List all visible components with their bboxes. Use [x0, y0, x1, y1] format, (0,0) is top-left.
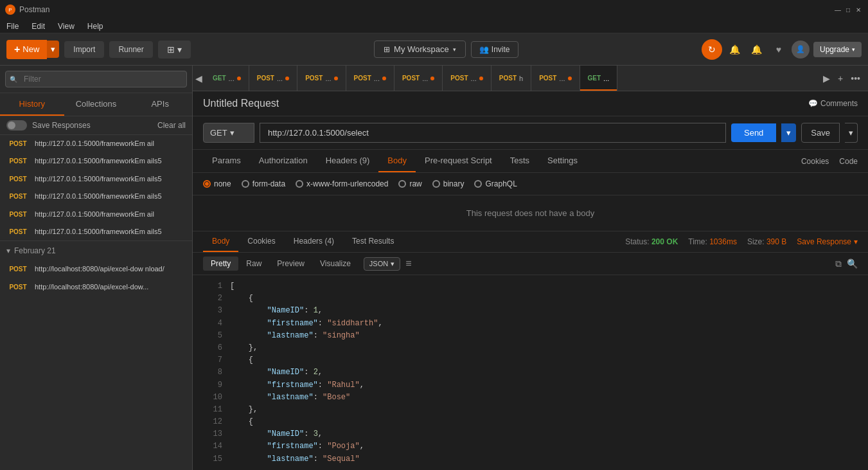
radio-none[interactable]: none — [203, 179, 231, 188]
resp-tab-test-results[interactable]: Test Results — [343, 231, 403, 252]
tab-post-5[interactable]: POST ... — [443, 66, 491, 91]
code-link[interactable]: Code — [839, 157, 858, 166]
runner-button[interactable]: Runner — [109, 41, 152, 58]
favorites-button[interactable]: ♥ — [770, 41, 788, 59]
notification2-button[interactable]: 🔔 — [748, 41, 766, 59]
sidebar-tab-apis[interactable]: APIs — [128, 93, 192, 116]
tab-get-active[interactable]: GET ... — [580, 66, 618, 91]
tab-dot — [237, 77, 241, 80]
radio-raw[interactable]: raw — [398, 179, 421, 188]
copy-button[interactable]: ⧉ — [835, 258, 842, 269]
clear-all-button[interactable]: Clear all — [157, 121, 186, 130]
tab-authorization[interactable]: Authorization — [250, 150, 317, 172]
tab-post-3[interactable]: POST ... — [346, 66, 394, 91]
resp-tab-headers[interactable]: Headers (4) — [285, 231, 343, 252]
upgrade-button[interactable]: Upgrade ▾ — [813, 42, 862, 57]
tab-post-2[interactable]: POST ... — [297, 66, 346, 91]
tab-post-1[interactable]: POST ... — [249, 66, 297, 91]
url-input[interactable] — [260, 123, 726, 143]
fmt-pretty[interactable]: Pretty — [203, 257, 238, 271]
new-dropdown-button[interactable]: ▾ — [47, 41, 59, 58]
menu-file[interactable]: File — [3, 22, 22, 31]
search-input[interactable] — [5, 71, 187, 87]
tab-get-1[interactable]: GET ... — [205, 66, 249, 91]
invite-button[interactable]: 👥 Invite — [471, 41, 518, 58]
list-item[interactable]: POST http://localhost:8080/api/excel-dow… — [0, 260, 192, 278]
save-dropdown-button[interactable]: ▾ — [845, 123, 858, 143]
json-format-select[interactable]: JSON ▾ — [364, 257, 400, 271]
cookies-link[interactable]: Cookies — [801, 157, 829, 166]
method-badge: POST — [6, 282, 30, 292]
request-tabs-bar: ◀ GET ... POST ... POST ... POST ... — [193, 66, 868, 91]
json-value: "siddharth" — [327, 319, 378, 328]
menu-view[interactable]: View — [54, 22, 78, 31]
json-key: "NameID" — [267, 429, 305, 438]
list-item[interactable]: POST http://127.0.0.1:5000/frameworkEm a… — [0, 170, 192, 188]
more-tabs-button[interactable]: ••• — [848, 72, 863, 85]
tab-prev-button[interactable]: ◀ — [193, 72, 205, 85]
list-item[interactable]: POST http://127.0.0.1:5000/frameworkEm a… — [0, 188, 192, 205]
radio-circle-formdata — [242, 180, 249, 188]
february-section[interactable]: ▾ February 21 — [0, 240, 192, 260]
json-line: 9 "firstname": "Rahul", — [203, 379, 858, 392]
save-button[interactable]: Save — [801, 123, 840, 143]
tab-headers[interactable]: Headers (9) — [317, 150, 379, 172]
method-badge: POST — [6, 192, 30, 201]
extra-button[interactable]: ⊞ ▾ — [158, 41, 191, 59]
send-dropdown-button[interactable]: ▾ — [781, 123, 796, 142]
sync-button[interactable]: ↻ — [702, 39, 722, 60]
close-button[interactable]: ✕ — [854, 5, 863, 14]
menu-help[interactable]: Help — [84, 22, 107, 31]
user-avatar-button[interactable]: 👤 — [792, 41, 810, 59]
comments-button[interactable]: 💬 Comments — [808, 99, 858, 108]
radio-formdata[interactable]: form-data — [242, 179, 285, 188]
fmt-preview[interactable]: Preview — [269, 257, 312, 271]
url-row: GET ▾ Send ▾ Save ▾ — [193, 116, 868, 150]
tab-params[interactable]: Params — [203, 150, 250, 172]
tab-post-h[interactable]: POST h — [492, 66, 531, 91]
list-item[interactable]: POST http://127.0.0.1:5000/frameworkEm a… — [0, 206, 192, 223]
method-select[interactable]: GET ▾ — [203, 123, 254, 143]
toolbar-icons: ↻ 🔔 🔔 ♥ 👤 Upgrade ▾ — [702, 39, 862, 60]
json-value: 2 — [314, 368, 318, 377]
notification1-button[interactable]: 🔔 — [726, 41, 744, 59]
method-badge: POST — [6, 156, 30, 166]
search-json-button[interactable]: 🔍 — [847, 258, 858, 269]
json-value: "singha" — [323, 331, 360, 340]
radio-graphql[interactable]: GraphQL — [474, 179, 517, 188]
window-controls[interactable]: — □ ✕ — [833, 5, 863, 14]
fmt-raw[interactable]: Raw — [238, 257, 269, 271]
save-responses-toggle[interactable] — [6, 120, 27, 131]
list-item[interactable]: POST http://127.0.0.1:5000/frameworkEm a… — [0, 135, 192, 152]
tab-next-button[interactable]: ▶ — [820, 72, 833, 85]
new-button[interactable]: + New — [6, 40, 47, 59]
line-number: 2 — [203, 293, 222, 305]
json-key: "firstname" — [267, 442, 318, 451]
sidebar-tab-history[interactable]: History — [0, 93, 64, 116]
tab-label: ... — [559, 75, 565, 82]
import-button[interactable]: Import — [64, 41, 104, 58]
send-button[interactable]: Send — [731, 123, 776, 142]
list-item[interactable]: POST http://localhost:8080/api/excel-dow… — [0, 278, 192, 296]
save-response-button[interactable]: Save Response ▾ — [797, 237, 858, 246]
resp-tab-cookies[interactable]: Cookies — [238, 231, 284, 252]
menu-edit[interactable]: Edit — [28, 22, 49, 31]
tab-post-6[interactable]: POST ... — [531, 66, 580, 91]
tab-post-4[interactable]: POST ... — [394, 66, 443, 91]
radio-urlencoded[interactable]: x-www-form-urlencoded — [296, 179, 388, 188]
tab-tests[interactable]: Tests — [501, 150, 538, 172]
fmt-visualize[interactable]: Visualize — [312, 257, 359, 271]
tab-prerequest[interactable]: Pre-request Script — [416, 150, 501, 172]
radio-binary[interactable]: binary — [432, 179, 465, 188]
tab-body[interactable]: Body — [378, 150, 416, 172]
workspace-button[interactable]: ⊞ My Workspace ▾ — [374, 41, 466, 58]
wrap-lines-button[interactable]: ≡ — [405, 258, 411, 269]
maximize-button[interactable]: □ — [844, 5, 853, 14]
list-item[interactable]: POST http://127.0.0.1:5000/frameworkEm a… — [0, 152, 192, 170]
minimize-button[interactable]: — — [833, 5, 842, 14]
new-tab-button[interactable]: + — [835, 72, 846, 85]
sidebar-tab-collections[interactable]: Collections — [64, 93, 128, 116]
list-item[interactable]: POST http://127.0.0.1:5000/frameworkEm a… — [0, 223, 192, 240]
resp-tab-body[interactable]: Body — [203, 231, 238, 252]
tab-settings[interactable]: Settings — [538, 150, 587, 172]
